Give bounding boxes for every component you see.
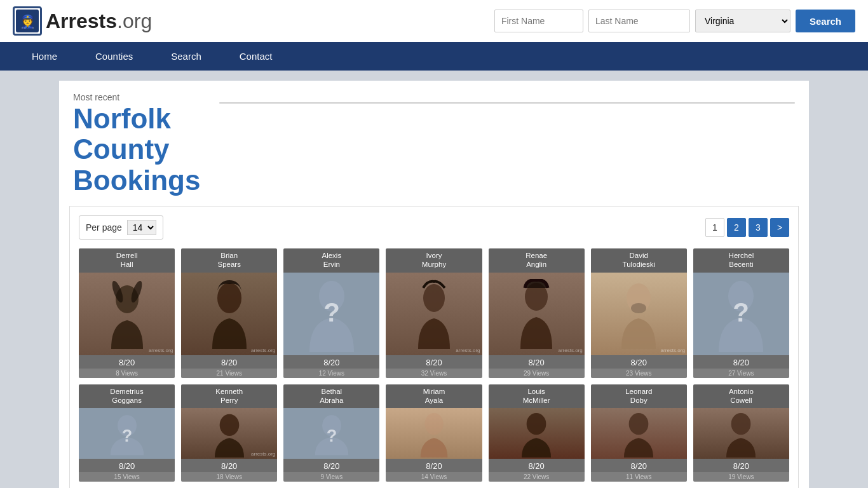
page-next[interactable]: > xyxy=(770,218,789,237)
no-photo-silhouette: ? xyxy=(108,410,146,458)
mugshot-photo xyxy=(489,408,585,459)
nav-home[interactable]: Home xyxy=(13,42,76,71)
mugshot-photo xyxy=(591,408,687,459)
nav-contact[interactable]: Contact xyxy=(220,42,292,71)
pagination: 1 2 3 > xyxy=(705,218,789,237)
mugshot-name: MiriamAyala xyxy=(386,384,482,409)
svg-point-19 xyxy=(424,413,443,435)
page-2[interactable]: 2 xyxy=(727,218,746,237)
person-silhouette xyxy=(105,279,149,349)
mugshot-views: 19 Views xyxy=(693,472,789,482)
mugshot-date: 8/20 xyxy=(591,355,687,369)
mugshot-name: DemetriusGoggans xyxy=(79,384,175,409)
mugshot-photo: arrests.org xyxy=(591,273,687,355)
svg-point-8 xyxy=(423,284,445,312)
mugshot-card[interactable]: AntonioCowell 8/20 19 Views xyxy=(693,384,789,482)
mugshot-photo: ? xyxy=(283,408,379,459)
mugshot-views: 32 Views xyxy=(386,369,482,378)
mugshots-row-2: DemetriusGoggans ? 8/20 15 Views Kenneth… xyxy=(79,384,789,482)
mugshot-date: 8/20 xyxy=(489,355,585,369)
svg-text:?: ? xyxy=(121,426,132,445)
mugshot-name: HerchelBecenti xyxy=(693,248,789,273)
mugshot-date: 8/20 xyxy=(693,355,789,369)
mugshot-views: 22 Views xyxy=(489,472,585,482)
title-divider-area xyxy=(219,92,795,104)
county-title-section: Most recent Norfolk County Bookings xyxy=(73,92,219,196)
per-page-control: Per page 10 14 20 50 xyxy=(79,215,163,240)
page-3[interactable]: 3 xyxy=(749,218,768,237)
no-photo-silhouette: ? xyxy=(306,276,357,352)
mugshot-photo: arrests.org xyxy=(489,273,585,355)
svg-text:?: ? xyxy=(733,297,750,327)
person-silhouette xyxy=(412,279,456,349)
state-select[interactable]: Virginia Alabama Alaska Arizona Californ… xyxy=(695,10,790,32)
mugshot-card[interactable]: MiriamAyala 8/20 14 Views xyxy=(386,384,482,482)
svg-text:?: ? xyxy=(327,426,337,445)
svg-point-22 xyxy=(731,413,751,435)
mugshot-views: 23 Views xyxy=(591,369,687,378)
person-silhouette xyxy=(722,410,760,458)
per-page-select[interactable]: 10 14 20 50 xyxy=(127,220,156,235)
mugshot-name: DavidTulodieski xyxy=(591,248,687,273)
watermark: arrests.org xyxy=(456,348,480,353)
svg-point-11 xyxy=(631,303,646,313)
mugshot-date: 8/20 xyxy=(489,459,585,472)
mugshot-photo: ? xyxy=(79,408,175,459)
person-silhouette xyxy=(616,279,661,349)
mugshot-name: BethalAbraha xyxy=(283,384,379,409)
county-title: Norfolk County Bookings xyxy=(73,104,219,196)
mugshot-name: AlexisErvin xyxy=(283,248,379,273)
mugshot-card[interactable]: IvoryMurphy arrests.org 8/20 32 Views xyxy=(386,248,482,378)
mugshot-card[interactable]: HerchelBecenti ? 8/20 27 Views xyxy=(693,248,789,378)
mugshot-card[interactable]: DerrellHall arrests.org 8/20 8 Views xyxy=(79,248,175,378)
nav-search[interactable]: Search xyxy=(152,42,220,71)
mugshot-views: 12 Views xyxy=(283,369,379,378)
mugshot-photo: arrests.org xyxy=(181,408,277,459)
mugshot-card[interactable]: KennethPerry arrests.org 8/20 18 Views xyxy=(181,384,277,482)
mugshot-views: 8 Views xyxy=(79,369,175,378)
mugshot-views: 29 Views xyxy=(489,369,585,378)
mugshot-views: 11 Views xyxy=(591,472,687,482)
main-nav: Home Counties Search Contact xyxy=(0,42,868,71)
nav-counties[interactable]: Counties xyxy=(76,42,152,71)
mugshot-name: RenaeAnglin xyxy=(489,248,585,273)
mugshot-card[interactable]: BethalAbraha ? 8/20 9 Views xyxy=(283,384,379,482)
mugshot-photo: arrests.org xyxy=(181,273,277,355)
svg-point-16 xyxy=(219,414,239,436)
mugshot-card[interactable]: RenaeAnglin arrests.org 8/20 29 Views xyxy=(489,248,585,378)
header-search-button[interactable]: Search xyxy=(796,10,855,32)
mugshot-name: DerrellHall xyxy=(79,248,175,273)
mugshot-card[interactable]: LeonardDoby 8/20 11 Views xyxy=(591,384,687,482)
person-silhouette xyxy=(207,279,252,349)
mugshot-card[interactable]: BrianSpears arrests.org 8/20 21 Views xyxy=(181,248,277,378)
mugshot-views: 15 Views xyxy=(79,472,175,482)
mugshot-views: 14 Views xyxy=(386,472,482,482)
mugshot-date: 8/20 xyxy=(591,459,687,472)
mugshot-photo xyxy=(693,408,789,459)
mugshot-name: LouisMcMiller xyxy=(489,384,585,409)
svg-point-21 xyxy=(629,413,649,435)
mugshot-date: 8/20 xyxy=(79,459,175,472)
mugshot-photo: arrests.org xyxy=(386,273,482,355)
mugshot-date: 8/20 xyxy=(181,355,277,369)
svg-text:👮: 👮 xyxy=(20,14,36,29)
watermark: arrests.org xyxy=(661,348,685,353)
most-recent-label: Most recent xyxy=(73,92,219,102)
mugshot-card[interactable]: DemetriusGoggans ? 8/20 15 Views xyxy=(79,384,175,482)
page-1[interactable]: 1 xyxy=(705,218,724,237)
mugshot-date: 8/20 xyxy=(283,459,379,472)
mugshot-photo: arrests.org xyxy=(79,273,175,355)
mugshot-card[interactable]: DavidTulodieski arrests.org 8/20 23 View… xyxy=(591,248,687,378)
mugshot-photo: ? xyxy=(693,273,789,355)
mugshot-date: 8/20 xyxy=(693,459,789,472)
mugshot-card[interactable]: LouisMcMiller 8/20 22 Views xyxy=(489,384,585,482)
mugshot-card[interactable]: AlexisErvin ? 8/20 12 Views xyxy=(283,248,379,378)
mugshot-date: 8/20 xyxy=(386,355,482,369)
mugshot-date: 8/20 xyxy=(181,459,277,472)
mugshot-date: 8/20 xyxy=(386,459,482,472)
person-silhouette xyxy=(620,410,658,458)
last-name-input[interactable] xyxy=(588,10,690,32)
site-logo[interactable]: 👮 Arrests.org xyxy=(13,6,152,36)
first-name-input[interactable] xyxy=(494,10,583,32)
mugshot-name: LeonardDoby xyxy=(591,384,687,409)
